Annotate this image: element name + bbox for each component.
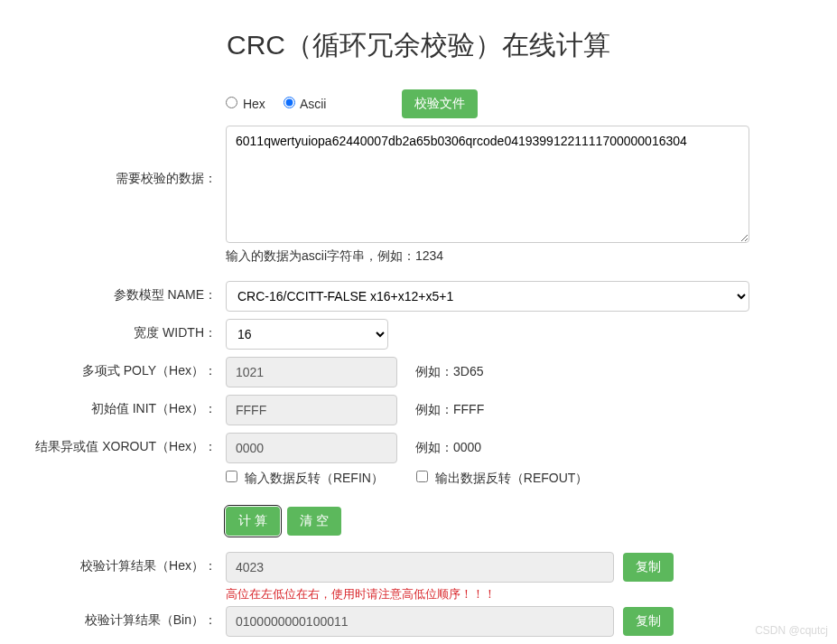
model-select[interactable]: CRC-16/CCITT-FALSE x16+x12+x5+1 — [226, 281, 749, 312]
model-label: 参数模型 NAME： — [18, 281, 226, 303]
radio-ascii[interactable] — [284, 97, 295, 108]
width-select[interactable]: 16 — [226, 319, 388, 350]
data-input-label: 需要校验的数据： — [18, 126, 226, 187]
page-title: CRC（循环冗余校验）在线计算 — [0, 27, 837, 64]
poly-label: 多项式 POLY（Hex）： — [18, 357, 226, 379]
copy-bin-button[interactable]: 复制 — [623, 607, 674, 636]
copy-hex-button[interactable]: 复制 — [623, 553, 674, 582]
action-buttons-row: 计 算 清 空 — [226, 507, 819, 536]
empty-label — [18, 89, 226, 96]
radio-hex-label[interactable]: Hex — [226, 97, 265, 111]
format-radio-group: Hex Ascii 校验文件 — [226, 89, 819, 118]
init-example: 例如：FFFF — [415, 402, 484, 418]
refin-text: 输入数据反转（REFIN） — [245, 471, 384, 485]
refout-label[interactable]: 输出数据反转（REFOUT） — [416, 471, 588, 487]
radio-hex-text: Hex — [243, 97, 265, 111]
init-input[interactable] — [226, 395, 397, 425]
xorout-label: 结果异或值 XOROUT（Hex）： — [18, 433, 226, 455]
verify-file-button[interactable]: 校验文件 — [402, 89, 478, 118]
refin-checkbox[interactable] — [226, 471, 237, 482]
calculate-button[interactable]: 计 算 — [226, 507, 280, 536]
watermark: CSDN @cqutcj — [755, 624, 828, 637]
data-input-hint: 输入的数据为ascii字符串，例如：1234 — [226, 248, 819, 265]
radio-hex[interactable] — [226, 97, 237, 108]
data-input[interactable] — [226, 126, 749, 243]
poly-input[interactable] — [226, 357, 397, 387]
empty-label-3 — [18, 494, 226, 500]
radio-ascii-text: Ascii — [300, 97, 327, 111]
result-bin-label: 校验计算结果（Bin）： — [18, 606, 226, 629]
empty-label-2 — [18, 471, 226, 477]
xorout-input[interactable] — [226, 433, 397, 463]
width-label: 宽度 WIDTH： — [18, 319, 226, 341]
reflect-checkbox-group: 输入数据反转（REFIN） 输出数据反转（REFOUT） — [226, 471, 819, 487]
form-container: Hex Ascii 校验文件 需要校验的数据： 输入的数据为ascii字符串，例… — [0, 89, 837, 637]
refout-text: 输出数据反转（REFOUT） — [435, 471, 589, 485]
clear-button[interactable]: 清 空 — [287, 507, 341, 536]
init-label: 初始值 INIT（Hex）： — [18, 395, 226, 417]
result-bin-input[interactable] — [226, 606, 614, 637]
result-hex-label: 校验计算结果（Hex）： — [18, 552, 226, 574]
radio-ascii-label[interactable]: Ascii — [284, 97, 327, 111]
refout-checkbox[interactable] — [416, 471, 428, 482]
refin-label[interactable]: 输入数据反转（REFIN） — [226, 471, 384, 487]
result-hex-input[interactable] — [226, 552, 614, 583]
xorout-example: 例如：0000 — [415, 440, 481, 456]
poly-example: 例如：3D65 — [415, 364, 483, 380]
result-hex-note: 高位在左低位在右，使用时请注意高低位顺序！！！ — [226, 586, 496, 602]
